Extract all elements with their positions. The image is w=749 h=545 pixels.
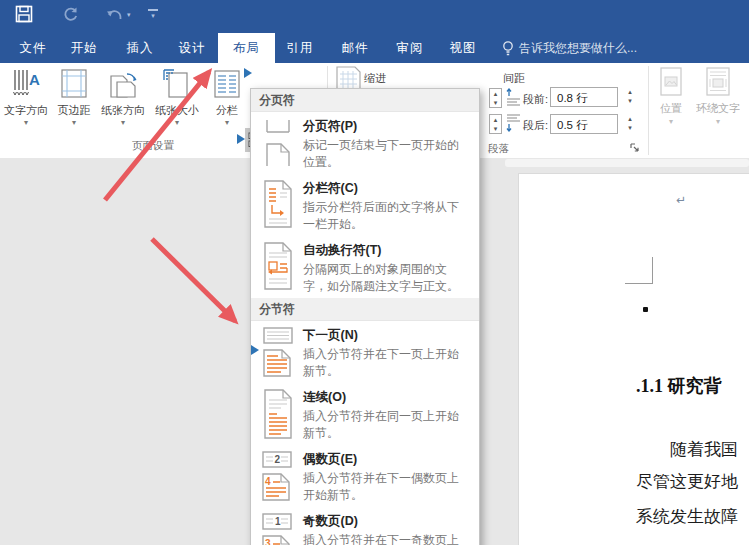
wrap-text-button[interactable]: 环绕文字 ▾ xyxy=(692,65,744,126)
undo-dropdown-icon[interactable]: ▾ xyxy=(127,11,131,19)
document-text-line: 随着我国 xyxy=(670,438,738,461)
tab-design[interactable]: 设计 xyxy=(170,33,214,63)
chevron-down-icon: ▾ xyxy=(652,118,690,126)
tab-mailings[interactable]: 邮件 xyxy=(333,33,377,63)
menu-item-text-wrapping-break[interactable]: 自动换行符(T) 分隔网页上的对象周围的文字，如分隔题注文字与正文。 xyxy=(251,236,479,298)
tab-layout[interactable]: 布局 xyxy=(218,33,275,63)
paper-size-icon xyxy=(162,68,192,100)
text-direction-icon: A xyxy=(11,68,41,100)
paragraph-dialog-launcher-icon[interactable] xyxy=(630,143,640,153)
space-after-input[interactable]: 0.5 行 xyxy=(550,114,618,134)
space-before-icon xyxy=(506,88,521,106)
word-window: ▾ ▾ 文件 开始 插入 设计 布局 引用 邮件 审阅 视图 告诉我您想要做什么… xyxy=(0,0,749,545)
tab-file[interactable]: 文件 xyxy=(10,33,56,63)
svg-text:1: 1 xyxy=(275,516,281,527)
save-icon[interactable] xyxy=(15,5,33,23)
menu-item-even-page[interactable]: 2 4 偶数页(E) 插入分节符并在下一偶数页上开始新节。 xyxy=(251,445,479,507)
svg-text:3: 3 xyxy=(265,538,271,545)
svg-text:A: A xyxy=(29,71,40,88)
menu-item-next-page[interactable]: 下一页(N) 插入分节符并在下一页上开始新节。 xyxy=(251,321,479,383)
space-before-spinner[interactable]: ▴▾ xyxy=(624,87,636,107)
blue-pointer-icon xyxy=(244,68,252,78)
next-page-section-icon xyxy=(259,326,303,383)
even-page-section-icon: 2 4 xyxy=(259,450,303,507)
orientation-icon xyxy=(107,68,139,100)
chevron-down-icon: ▾ xyxy=(52,119,96,127)
space-after-spinner[interactable]: ▴▾ xyxy=(624,114,636,134)
customize-qat-icon[interactable]: ▾ xyxy=(148,9,158,20)
orientation-button[interactable]: 纸张方向 ▾ xyxy=(98,65,148,131)
menu-item-odd-page[interactable]: 1 3 奇数页(D) 插入分节符并在下一奇数页上开始新节。 xyxy=(251,507,479,545)
blue-pointer-icon xyxy=(251,345,259,355)
position-icon xyxy=(659,67,683,97)
space-before-input[interactable]: 0.8 行 xyxy=(550,87,618,107)
section-breaks-section-header: 分节符 xyxy=(251,298,479,321)
redo-icon[interactable] xyxy=(62,6,79,23)
paragraph-group-label: 段落 xyxy=(488,142,509,156)
bullet-mark xyxy=(643,307,648,312)
title-bar: ▾ ▾ xyxy=(0,0,749,33)
chevron-down-icon: ▾ xyxy=(2,119,50,127)
continuous-section-icon xyxy=(259,388,303,445)
position-button[interactable]: 位置 ▾ xyxy=(652,65,690,126)
page-breaks-section-header: 分页符 xyxy=(251,89,479,112)
chevron-down-icon: ▾ xyxy=(98,119,148,127)
menu-item-column-break[interactable]: 分栏符(C) 指示分栏符后面的文字将从下一栏开始。 xyxy=(251,174,479,236)
text-wrapping-break-icon xyxy=(259,241,303,298)
columns-icon xyxy=(212,68,242,100)
space-after-label: 段后: xyxy=(523,118,548,133)
wrap-text-icon xyxy=(705,67,731,97)
lightbulb-icon xyxy=(502,40,514,57)
tab-view[interactable]: 视图 xyxy=(441,33,485,63)
blue-pointer-icon xyxy=(237,134,245,144)
chevron-down-icon: ▾ xyxy=(692,118,744,126)
margins-icon xyxy=(59,68,89,100)
margins-button[interactable]: 页边距 ▾ xyxy=(52,65,96,131)
column-break-icon xyxy=(259,179,303,236)
undo-icon[interactable] xyxy=(106,8,124,22)
tab-insert[interactable]: 插入 xyxy=(118,33,162,63)
ribbon-tab-row: 文件 开始 插入 设计 布局 引用 邮件 审阅 视图 告诉我您想要做什么... xyxy=(0,33,749,63)
tab-references[interactable]: 引用 xyxy=(278,33,322,63)
space-before-label: 段前: xyxy=(523,92,548,107)
svg-text:2: 2 xyxy=(275,454,281,465)
page-break-icon xyxy=(259,117,303,174)
paper-size-button[interactable]: 纸张大小 ▾ xyxy=(150,65,204,131)
tell-me-box[interactable]: 告诉我您想要做什么... xyxy=(519,33,637,63)
chevron-down-icon: ▾ xyxy=(150,119,204,127)
space-after-icon xyxy=(506,114,521,132)
document-heading: .1.1 研究背 xyxy=(636,374,722,398)
svg-text:4: 4 xyxy=(265,476,271,487)
indent-left-spinner[interactable]: ▴▾ xyxy=(489,88,502,108)
menu-item-continuous[interactable]: 连续(O) 插入分节符并在同一页上开始新节。 xyxy=(251,383,479,445)
menu-item-page-break[interactable]: 分页符(P) 标记一页结束与下一页开始的位置。 xyxy=(251,112,479,174)
columns-button[interactable]: 分栏 ▾ xyxy=(206,65,248,131)
chevron-down-icon: ▾ xyxy=(206,119,248,127)
page-setup-group-label: 页面设置 xyxy=(128,139,178,153)
paragraph-mark: ↵ xyxy=(676,193,686,207)
tab-home[interactable]: 开始 xyxy=(62,33,106,63)
document-top-strip xyxy=(505,159,749,167)
odd-page-section-icon: 1 3 xyxy=(259,512,303,545)
document-text-line: 系统发生故障 xyxy=(636,505,738,528)
indent-label: 缩进 xyxy=(364,71,386,86)
tab-review[interactable]: 审阅 xyxy=(388,33,432,63)
document-text-line: 尽管这更好地 xyxy=(636,470,738,493)
breaks-dropdown-menu: 分页符 分页符(P) 标记一页结束与下一页开始的位置。 xyxy=(250,88,480,545)
text-direction-button[interactable]: A 文字方向 ▾ xyxy=(2,65,50,131)
margin-corner-mark xyxy=(625,257,653,284)
spacing-label: 间距 xyxy=(503,71,525,86)
indent-right-spinner[interactable]: ▴▾ xyxy=(489,114,502,134)
